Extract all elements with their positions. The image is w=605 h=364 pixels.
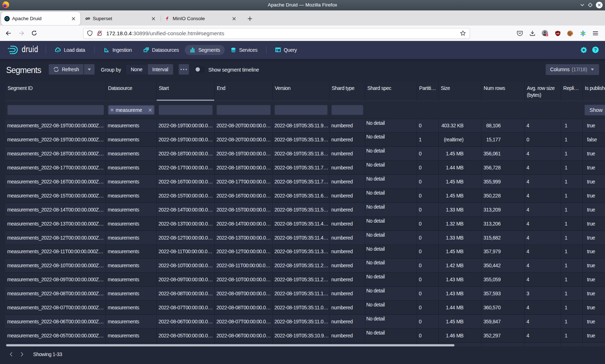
cell-avg_row_size: 4: [525, 161, 561, 174]
forward-button[interactable]: [16, 28, 26, 38]
tab-close-icon[interactable]: [70, 15, 77, 22]
table-row[interactable]: measurements_2022-08-19T00:00:00.000Z…me…: [5, 133, 605, 147]
lock-insecure-icon[interactable]: [97, 30, 103, 36]
is-published-filter-button[interactable]: Show: [584, 105, 605, 115]
table-row[interactable]: measurements_2022-08-12T00:00:00.000Z…me…: [5, 231, 605, 245]
reload-button[interactable]: [29, 28, 39, 38]
cell-size: 1.42 MB: [439, 259, 481, 272]
nav-item-ingestion[interactable]: Ingestion: [99, 45, 136, 55]
cell-avg_row_size: 4: [525, 175, 561, 188]
remove-tag-icon[interactable]: [148, 108, 152, 112]
bookmark-star-icon[interactable]: [460, 30, 466, 36]
column-header-num_rows[interactable]: Num rows: [481, 82, 525, 101]
table-row[interactable]: measurements_2022-08-15T00:00:00.000Z…me…: [5, 189, 605, 203]
cell-shard_type: numbered: [330, 133, 365, 146]
nav-item-services[interactable]: Services: [226, 45, 262, 55]
cell-datasource: measurements: [106, 231, 157, 245]
filter-input-shard_type[interactable]: [331, 105, 363, 115]
table-row[interactable]: measurements_2022-08-06T00:00:00.000Z…me…: [5, 315, 605, 329]
table-row[interactable]: measurements_2022-08-11T00:00:00.000Z…me…: [5, 245, 605, 259]
cell-text: 2022-08-19T05:35:11.2…: [274, 263, 328, 268]
column-header-shard_spec[interactable]: Shard spec: [365, 82, 417, 101]
table-row[interactable]: measurements_2022-08-07T00:00:00.000Z…me…: [5, 301, 605, 315]
cell-datasource: measurements: [106, 259, 157, 272]
filter-input-end[interactable]: [216, 105, 271, 115]
table-row[interactable]: measurements_2022-08-10T00:00:00.000Z…me…: [5, 259, 605, 273]
settings-gear-icon[interactable]: [581, 47, 587, 53]
extension-asterisk-icon[interactable]: [580, 30, 586, 37]
help-icon[interactable]: ?: [592, 46, 599, 53]
cell-size: 1.32 MB: [439, 217, 481, 231]
window-maximize-icon[interactable]: [588, 3, 593, 8]
filter-input-version[interactable]: [274, 105, 328, 115]
nav-item-load-data[interactable]: Load data: [51, 45, 89, 55]
table-row[interactable]: measurements_2022-08-05T00:00:00.000Z…me…: [5, 329, 605, 343]
cell-datasource: measurements: [106, 175, 157, 188]
account-error-icon[interactable]: [542, 30, 548, 37]
download-icon[interactable]: [529, 30, 535, 36]
cell-text: measurements: [108, 305, 139, 310]
segment-timeline-switch[interactable]: [195, 67, 205, 72]
horizontal-scrollbar[interactable]: [6, 344, 454, 346]
filter-input-datasource[interactable]: =measurements: [108, 105, 155, 115]
cookie-icon[interactable]: [567, 30, 573, 37]
new-tab-button[interactable]: [245, 14, 255, 23]
table-row[interactable]: measurements_2022-08-08T00:00:00.000Z…me…: [5, 287, 605, 301]
column-header-size[interactable]: Size: [439, 82, 481, 101]
nav-item-segments[interactable]: Segments: [185, 45, 225, 55]
tab-close-icon[interactable]: [230, 15, 238, 22]
table-row[interactable]: measurements_2022-08-16T00:00:00.000Z…me…: [5, 175, 605, 189]
nav-item-datasources[interactable]: Datasources: [139, 45, 183, 55]
pocket-icon[interactable]: [517, 30, 523, 36]
table-row[interactable]: measurements_2022-08-09T00:00:00.000Z…me…: [5, 273, 605, 287]
tab-apache-druid[interactable]: Apache Druid: [1, 12, 80, 25]
column-header-avg_row_size[interactable]: Avg. row size (bytes): [525, 82, 561, 101]
menu-hamburger-icon[interactable]: [592, 30, 599, 36]
cell-text: measurements_2022-08-05T00:00:00.000Z…: [7, 333, 104, 338]
refresh-icon: [53, 67, 59, 72]
column-header-shard_type[interactable]: Shard type: [330, 82, 365, 101]
url-text[interactable]: 172.18.0.4:30899/unified-console.html#se…: [106, 30, 224, 36]
column-header-version[interactable]: Version: [273, 82, 330, 101]
tab-close-icon[interactable]: [150, 15, 157, 22]
window-minimize-icon[interactable]: [580, 3, 585, 8]
filter-input-start[interactable]: [158, 105, 213, 115]
cell-end: 2022-08-18T00:00:00.0…: [215, 161, 273, 174]
tab-minio-console[interactable]: MinIO Console: [162, 12, 241, 25]
column-header-end[interactable]: End: [215, 82, 273, 101]
nav-item-query[interactable]: Query: [271, 45, 301, 55]
table-row[interactable]: measurements_2022-08-17T00:00:00.000Z…me…: [5, 161, 605, 175]
table-row[interactable]: measurements_2022-08-18T00:00:00.000Z…me…: [5, 147, 605, 161]
columns-button[interactable]: Columns (17/18): [546, 64, 599, 75]
column-header-segment_id[interactable]: Segment ID: [5, 82, 106, 101]
back-button[interactable]: [3, 28, 13, 38]
ublock-origin-icon[interactable]: uO: [555, 31, 561, 36]
group-by-none-button[interactable]: None: [126, 64, 148, 75]
next-page-button[interactable]: [17, 349, 27, 360]
cell-text: 2022-08-19T00:00:00.0…: [158, 123, 212, 128]
refresh-dropdown-caret[interactable]: [84, 64, 95, 75]
cell-replication: 1: [561, 245, 583, 259]
tab-superset[interactable]: Superset: [82, 12, 160, 25]
table-row[interactable]: measurements_2022-08-14T00:00:00.000Z…me…: [5, 203, 605, 217]
cell-text: 1: [565, 165, 567, 170]
more-options-button[interactable]: [179, 64, 189, 75]
filter-input-segment_id[interactable]: [7, 105, 104, 115]
shield-icon[interactable]: [87, 30, 93, 36]
column-header-partition[interactable]: Partition: [417, 82, 439, 101]
url-bar[interactable]: 172.18.0.4:30899/unified-console.html#se…: [83, 28, 470, 39]
column-header-is_published[interactable]: Is published: [583, 82, 605, 101]
refresh-button[interactable]: Refresh: [49, 64, 84, 75]
column-header-replication[interactable]: Replication: [561, 82, 583, 101]
datasource-filter-tag[interactable]: =measurements: [109, 106, 154, 114]
cell-shard_type: numbered: [330, 231, 365, 245]
table-row[interactable]: measurements_2022-08-13T00:00:00.000Z…me…: [5, 217, 605, 231]
table-row[interactable]: measurements_2022-08-19T00:00:00.000Z…me…: [5, 119, 605, 133]
cell-text: numbered: [331, 249, 353, 254]
druid-logo[interactable]: druid: [7, 45, 38, 55]
window-close-icon[interactable]: [596, 1, 603, 9]
group-by-interval-button[interactable]: Interval: [148, 64, 173, 75]
column-header-datasource[interactable]: Datasource: [106, 82, 157, 101]
previous-page-button[interactable]: [6, 349, 17, 360]
column-header-start[interactable]: Start: [157, 82, 215, 101]
